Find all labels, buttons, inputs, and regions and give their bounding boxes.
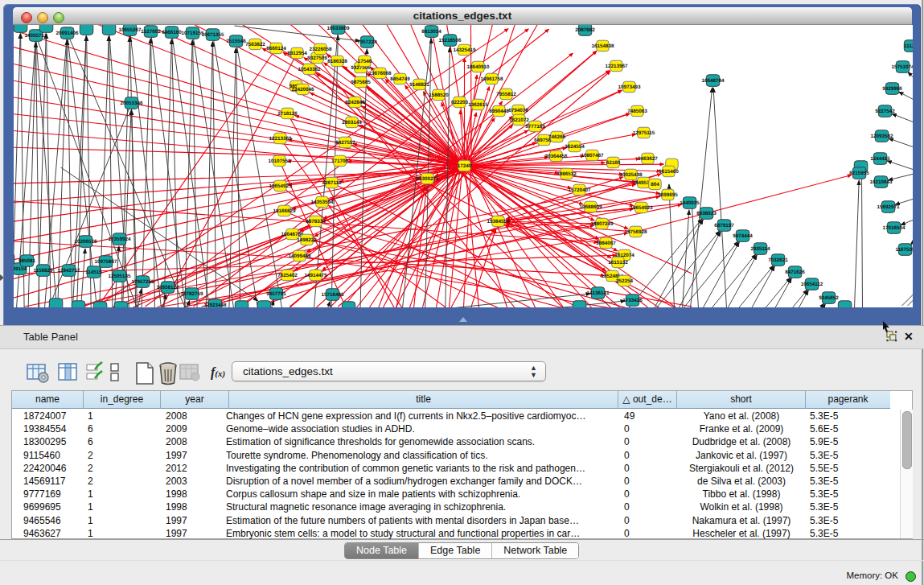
svg-text:2718126: 2718126 bbox=[277, 111, 298, 117]
svg-text:17016504: 17016504 bbox=[882, 225, 906, 231]
svg-text:20206576: 20206576 bbox=[74, 239, 97, 245]
svg-text:114515: 114515 bbox=[85, 270, 102, 275]
svg-text:25300275: 25300275 bbox=[416, 176, 439, 182]
svg-text:10655267: 10655267 bbox=[118, 27, 142, 33]
svg-text:252254: 252254 bbox=[615, 278, 633, 284]
svg-text:1167535: 1167535 bbox=[895, 247, 913, 253]
svg-text:6794078: 6794078 bbox=[508, 108, 528, 113]
svg-text:15692971: 15692971 bbox=[877, 204, 900, 210]
svg-text:16210643: 16210643 bbox=[869, 179, 893, 185]
svg-text:804: 804 bbox=[651, 182, 659, 187]
svg-text:10654925: 10654925 bbox=[269, 183, 292, 189]
svg-text:9474444: 9474444 bbox=[733, 233, 753, 239]
svg-text:746266: 746266 bbox=[548, 134, 565, 140]
svg-text:2803144: 2803144 bbox=[342, 120, 362, 126]
svg-text:9329966: 9329966 bbox=[882, 86, 902, 92]
svg-text:19166829: 19166829 bbox=[273, 208, 296, 214]
svg-text:9242848: 9242848 bbox=[345, 100, 365, 105]
svg-text:14099489: 14099489 bbox=[288, 253, 311, 259]
svg-text:12942757: 12942757 bbox=[57, 268, 80, 274]
svg-text:1733426: 1733426 bbox=[622, 298, 643, 303]
svg-text:9777169: 9777169 bbox=[525, 124, 545, 130]
svg-text:20053346: 20053346 bbox=[120, 101, 143, 106]
svg-text:14353594: 14353594 bbox=[310, 200, 334, 205]
svg-text:20691406: 20691406 bbox=[55, 31, 79, 36]
svg-text:9146821: 9146821 bbox=[409, 82, 429, 88]
svg-text:6466160: 6466160 bbox=[162, 30, 182, 35]
svg-text:12923448: 12923448 bbox=[203, 303, 227, 307]
svg-text:19384554: 19384554 bbox=[487, 219, 510, 225]
svg-text:171700: 171700 bbox=[331, 159, 348, 164]
svg-text:7986532: 7986532 bbox=[556, 171, 577, 177]
svg-text:19756928: 19756928 bbox=[624, 229, 647, 235]
svg-text:9463627: 9463627 bbox=[638, 156, 658, 162]
svg-text:17240: 17240 bbox=[457, 163, 471, 169]
svg-text:7515546: 7515546 bbox=[226, 39, 246, 44]
svg-text:9327509: 9327509 bbox=[307, 56, 327, 61]
svg-text:23676068: 23676068 bbox=[368, 71, 392, 76]
svg-text:9457791: 9457791 bbox=[266, 291, 286, 297]
svg-text:19218506: 19218506 bbox=[438, 38, 462, 43]
svg-text:10958127: 10958127 bbox=[156, 285, 179, 290]
svg-text:12213369: 12213369 bbox=[269, 136, 292, 142]
svg-text:9884067: 9884067 bbox=[596, 241, 616, 246]
svg-text:15716485: 15716485 bbox=[321, 292, 344, 298]
svg-text:62160: 62160 bbox=[606, 160, 620, 166]
svg-text:19654923: 19654923 bbox=[630, 205, 653, 211]
svg-text:1498222: 1498222 bbox=[297, 237, 317, 243]
svg-text:18807249: 18807249 bbox=[590, 221, 614, 227]
svg-text:1440935: 1440935 bbox=[680, 200, 700, 206]
svg-text:8990448: 8990448 bbox=[489, 109, 509, 114]
svg-text:10975867: 10975867 bbox=[94, 259, 117, 265]
svg-text:8471626: 8471626 bbox=[785, 270, 805, 275]
svg-text:15751074: 15751074 bbox=[891, 64, 913, 70]
svg-text:9699695: 9699695 bbox=[658, 192, 678, 198]
svg-text:8427552: 8427552 bbox=[335, 140, 355, 146]
svg-text:10654112: 10654112 bbox=[800, 282, 823, 287]
svg-text:39154: 39154 bbox=[14, 266, 27, 272]
svg-text:16782759: 16782759 bbox=[180, 291, 203, 297]
svg-text:12093582: 12093582 bbox=[870, 134, 893, 139]
svg-text:10107552: 10107552 bbox=[268, 159, 291, 164]
svg-text:822203: 822203 bbox=[450, 100, 468, 105]
svg-text:10688609: 10688609 bbox=[579, 204, 602, 210]
svg-text:12975115: 12975115 bbox=[632, 130, 655, 136]
svg-text:10973493: 10973493 bbox=[618, 84, 641, 90]
svg-text:2087682: 2087682 bbox=[575, 27, 595, 33]
svg-text:985081: 985081 bbox=[18, 258, 35, 264]
svg-text:16033809: 16033809 bbox=[326, 26, 350, 31]
svg-text:12213967: 12213967 bbox=[605, 64, 628, 69]
svg-text:8186328: 8186328 bbox=[327, 59, 347, 64]
svg-text:12505135: 12505135 bbox=[108, 274, 131, 279]
svg-text:7563822: 7563822 bbox=[245, 42, 265, 47]
svg-text:1156829: 1156829 bbox=[33, 268, 53, 274]
svg-text:7485063: 7485063 bbox=[627, 109, 647, 114]
svg-text:1621072: 1621072 bbox=[509, 117, 529, 123]
svg-text:8215955: 8215955 bbox=[849, 171, 869, 176]
svg-text:8912954: 8912954 bbox=[287, 51, 307, 56]
svg-text:8813054: 8813054 bbox=[421, 29, 441, 35]
svg-text:8938923: 8938923 bbox=[696, 211, 717, 216]
svg-text:6879197: 6879197 bbox=[714, 223, 734, 229]
svg-text:16961758: 16961758 bbox=[480, 76, 503, 82]
svg-text:7955812: 7955812 bbox=[496, 92, 516, 97]
svg-text:15720407: 15720407 bbox=[568, 187, 591, 193]
svg-text:1615132: 1615132 bbox=[608, 260, 628, 266]
svg-text:20364456: 20364456 bbox=[544, 154, 568, 159]
svg-text:1362615: 1362615 bbox=[468, 102, 488, 108]
svg-text:10807487: 10807487 bbox=[581, 153, 604, 159]
svg-text:8454749: 8454749 bbox=[390, 76, 410, 82]
svg-text:1244415: 1244415 bbox=[870, 156, 890, 162]
svg-text:16154838: 16154838 bbox=[591, 43, 614, 49]
svg-text:9615460: 9615460 bbox=[659, 169, 679, 175]
svg-text:11121: 11121 bbox=[904, 43, 913, 49]
svg-text:9227542: 9227542 bbox=[875, 109, 895, 114]
svg-text:16671355: 16671355 bbox=[201, 32, 224, 38]
svg-text:17957255: 17957255 bbox=[131, 279, 154, 285]
svg-text:4267110: 4267110 bbox=[322, 180, 342, 186]
svg-text:8878334: 8878334 bbox=[306, 219, 326, 225]
svg-text:17546: 17546 bbox=[357, 59, 372, 64]
svg-text:9245652: 9245652 bbox=[819, 295, 839, 301]
svg-text:7032621: 7032621 bbox=[768, 257, 788, 263]
svg-text:18640910: 18640910 bbox=[466, 64, 490, 70]
